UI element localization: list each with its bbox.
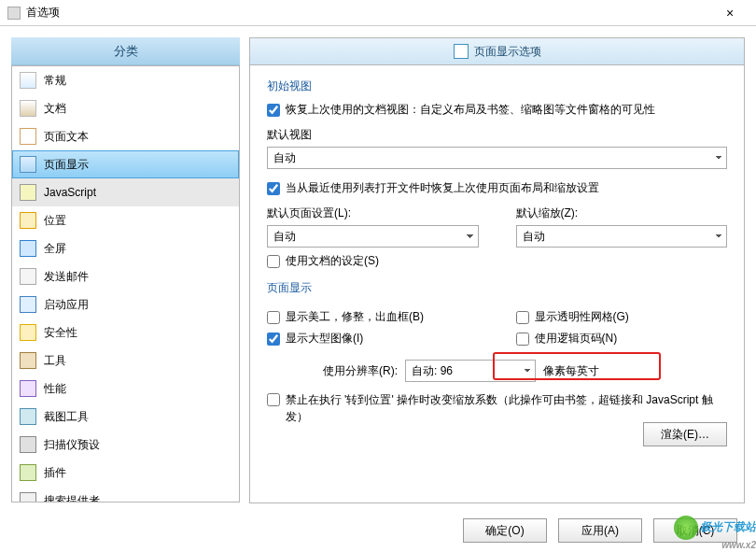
camera-icon [20,408,36,425]
shield-icon [20,324,36,341]
use-doc-settings-label: 使用文档的设定(S) [286,253,379,269]
restore-view-label: 恢复上次使用的文档视图：自定义布局及书签、缩略图等文件窗格的可见性 [286,102,655,118]
forbid-zoom-checkbox[interactable] [267,393,280,406]
page-display-icon [20,156,36,173]
location-icon [20,212,36,229]
section-title: 页面显示 [267,280,727,296]
sidebar-item-scanner[interactable]: 扫描仪预设 [12,431,239,459]
sidebar-item-label: 性能 [44,381,66,397]
close-button[interactable]: × [711,6,749,21]
large-images-checkbox[interactable] [267,333,280,346]
sidebar-item-security[interactable]: 安全性 [12,318,239,347]
sidebar-item-label: 位置 [44,213,66,229]
resolution-unit: 像素每英寸 [543,363,599,379]
sidebar-item-snapshot[interactable]: 截图工具 [12,403,239,431]
sidebar-item-send-mail[interactable]: 发送邮件 [12,262,239,290]
sidebar-header: 分类 [11,37,240,65]
performance-icon [20,380,36,397]
sidebar-item-label: 发送邮件 [44,269,89,285]
restore-layout-label: 当从最近使用列表打开文件时恢复上次使用页面布局和缩放设置 [286,180,599,196]
sidebar-item-label: 工具 [44,353,66,369]
main-header-title: 页面显示选项 [474,44,541,60]
default-zoom-label: 默认缩放(Z): [516,205,728,221]
javascript-icon [20,184,36,201]
initial-view-section: 初始视图 恢复上次使用的文档视图：自定义布局及书签、缩略图等文件窗格的可见性 默… [267,78,727,269]
sidebar-item-location[interactable]: 位置 [12,206,239,234]
art-trim-label: 显示美工，修整，出血框(B) [286,309,424,325]
large-images-label: 显示大型图像(I) [286,331,363,347]
sidebar-item-label: 页面显示 [44,157,89,173]
sidebar-item-label: 搜索提供者 [44,493,100,503]
main-panel: 页面显示选项 初始视图 恢复上次使用的文档视图：自定义布局及书签、缩略图等文件窗… [249,37,745,504]
sidebar-item-fullscreen[interactable]: 全屏 [12,234,239,262]
general-icon [20,72,36,89]
scanner-icon [20,436,36,453]
page-display-section: 页面显示 显示美工，修整，出血框(B) 显示大型图像(I) 显示透明性网格(G)… [267,280,727,425]
resolution-select[interactable]: 自动: 96 [405,360,536,382]
sidebar-list[interactable]: 常规 文档 页面文本 页面显示 JavaScript 位置 全屏 发送邮件 启动… [11,65,240,502]
cancel-button[interactable]: 取消(C) [653,518,737,543]
mail-icon [20,268,36,285]
default-layout-label: 默认页面设置(L): [267,205,479,221]
search-icon [20,492,36,502]
sidebar-item-label: 安全性 [44,325,77,341]
sidebar-item-document[interactable]: 文档 [12,94,239,122]
plugin-icon [20,464,36,481]
ok-button[interactable]: 确定(O) [463,518,547,543]
use-doc-settings-checkbox[interactable] [267,255,280,268]
launch-icon [20,296,36,313]
art-trim-checkbox[interactable] [267,311,280,324]
main-header: 页面显示选项 [249,37,745,65]
sidebar: 分类 常规 文档 页面文本 页面显示 JavaScript 位置 全屏 发送邮件… [11,37,240,504]
dialog-footer: 确定(O) 应用(A) 取消(C) [463,518,737,543]
apply-button[interactable]: 应用(A) [558,518,642,543]
sidebar-item-label: 截图工具 [44,409,89,425]
sidebar-item-label: 启动应用 [44,297,89,313]
sidebar-item-page-text[interactable]: 页面文本 [12,122,239,150]
sidebar-item-search-providers[interactable]: 搜索提供者 [12,487,239,502]
sidebar-item-label: 常规 [44,73,66,89]
sidebar-item-tools[interactable]: 工具 [12,347,239,375]
tool-icon [20,352,36,369]
sidebar-item-label: 扫描仪预设 [44,437,100,453]
section-title: 初始视图 [267,78,727,94]
logical-pages-checkbox[interactable] [516,333,529,346]
sidebar-item-plugins[interactable]: 插件 [12,459,239,487]
sidebar-item-page-display[interactable]: 页面显示 [12,150,239,178]
default-view-label: 默认视图 [267,127,727,143]
sidebar-item-javascript[interactable]: JavaScript [12,178,239,206]
restore-view-checkbox[interactable] [267,104,280,117]
text-icon [20,128,36,145]
sidebar-item-performance[interactable]: 性能 [12,375,239,403]
app-icon [7,7,21,20]
titlebar: 首选项 × [0,0,756,26]
window-title: 首选项 [26,5,711,21]
restore-layout-checkbox[interactable] [267,182,280,195]
sidebar-item-label: 插件 [44,465,66,481]
default-layout-select[interactable]: 自动 [267,225,479,248]
transparency-grid-label: 显示透明性网格(G) [535,309,629,325]
document-icon [20,100,36,117]
sidebar-item-label: 页面文本 [44,129,89,145]
render-button[interactable]: 渲染(E)… [643,422,727,446]
sidebar-item-general[interactable]: 常规 [12,66,239,94]
sidebar-item-launch-app[interactable]: 启动应用 [12,290,239,318]
default-zoom-select[interactable]: 自动 [516,225,728,248]
sidebar-item-label: 全屏 [44,241,66,257]
fullscreen-icon [20,240,36,257]
sidebar-item-label: JavaScript [44,186,96,199]
logical-pages-label: 使用逻辑页码(N) [535,331,618,347]
sidebar-item-label: 文档 [44,101,66,117]
forbid-zoom-label: 禁止在执行 '转到位置' 操作时改变缩放系数（此操作可由书签，超链接和 Java… [286,391,727,425]
default-view-select[interactable]: 自动 [267,147,727,169]
resolution-label: 使用分辨率(R): [323,363,398,379]
transparency-grid-checkbox[interactable] [516,311,529,324]
page-display-header-icon [454,44,469,59]
